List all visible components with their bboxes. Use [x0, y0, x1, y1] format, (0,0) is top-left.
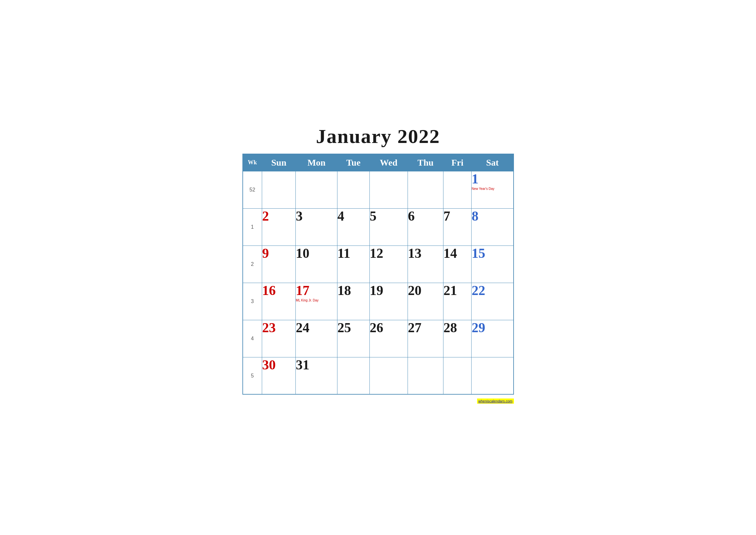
day-number: 26	[370, 320, 408, 335]
day-cell	[443, 357, 471, 394]
day-cell	[408, 357, 443, 394]
day-number: 12	[370, 246, 408, 261]
calendar-table: Wk Sun Mon Tue Wed Thu Fri Sat 521New Ye…	[242, 154, 514, 395]
week-number: 4	[243, 320, 262, 357]
calendar-row: 12345678	[243, 208, 514, 245]
calendar-row: 53031	[243, 357, 514, 394]
day-cell: 25	[338, 320, 370, 357]
day-cell: 20	[408, 283, 443, 320]
day-number: 30	[262, 357, 295, 372]
day-cell: 10	[296, 245, 338, 283]
watermark-link[interactable]: wheniscalendars.com	[477, 399, 514, 404]
day-cell	[296, 171, 338, 208]
day-cell: 15	[472, 245, 514, 283]
day-number: 27	[408, 320, 443, 335]
day-cell	[369, 357, 408, 394]
day-cell	[369, 171, 408, 208]
day-cell: 16	[262, 283, 296, 320]
day-cell: 2	[262, 208, 296, 245]
day-number: 11	[338, 246, 369, 261]
day-number: 18	[338, 283, 369, 298]
day-number: 24	[296, 320, 337, 335]
day-number: 29	[472, 320, 513, 335]
day-number: 5	[370, 209, 408, 223]
day-cell: 26	[369, 320, 408, 357]
tue-header: Tue	[338, 154, 370, 171]
day-cell: 23	[262, 320, 296, 357]
mon-header: Mon	[296, 154, 338, 171]
day-cell: 5	[369, 208, 408, 245]
thu-header: Thu	[408, 154, 443, 171]
day-cell: 12	[369, 245, 408, 283]
day-number: 9	[262, 246, 295, 261]
calendar-container: January 2022 Wk Sun Mon Tue Wed Thu Fri …	[233, 118, 524, 417]
day-number: 8	[472, 209, 513, 223]
week-number: 2	[243, 245, 262, 283]
day-cell: 27	[408, 320, 443, 357]
calendar-row: 31617ML King Jr. Day1819202122	[243, 283, 514, 320]
day-number: 19	[370, 283, 408, 298]
day-number: 16	[262, 283, 295, 298]
day-cell: 6	[408, 208, 443, 245]
holiday-label: New Year's Day	[472, 187, 513, 191]
day-cell: 9	[262, 245, 296, 283]
watermark: wheniscalendars.com	[242, 398, 514, 404]
day-cell: 29	[472, 320, 514, 357]
day-number: 22	[472, 283, 513, 298]
header-row: Wk Sun Mon Tue Wed Thu Fri Sat	[243, 154, 514, 171]
day-number: 4	[338, 209, 369, 223]
week-number: 1	[243, 208, 262, 245]
day-number: 10	[296, 246, 337, 261]
day-number: 3	[296, 209, 337, 223]
day-cell: 4	[338, 208, 370, 245]
week-number: 52	[243, 171, 262, 208]
day-cell: 14	[443, 245, 471, 283]
day-cell: 11	[338, 245, 370, 283]
week-number: 3	[243, 283, 262, 320]
day-number: 7	[444, 209, 471, 223]
day-number: 28	[444, 320, 471, 335]
day-cell	[338, 171, 370, 208]
day-cell	[443, 171, 471, 208]
day-cell: 21	[443, 283, 471, 320]
sat-header: Sat	[472, 154, 514, 171]
day-cell: 24	[296, 320, 338, 357]
calendar-title: January 2022	[242, 125, 514, 148]
day-cell	[262, 171, 296, 208]
day-number: 15	[472, 246, 513, 261]
day-cell	[472, 357, 514, 394]
day-number: 21	[444, 283, 471, 298]
holiday-label: ML King Jr. Day	[296, 298, 337, 302]
week-number: 5	[243, 357, 262, 394]
sun-header: Sun	[262, 154, 296, 171]
day-cell: 19	[369, 283, 408, 320]
day-cell: 1New Year's Day	[472, 171, 514, 208]
day-number: 13	[408, 246, 443, 261]
day-number: 23	[262, 320, 295, 335]
day-cell: 18	[338, 283, 370, 320]
wed-header: Wed	[369, 154, 408, 171]
day-number: 25	[338, 320, 369, 335]
day-cell: 13	[408, 245, 443, 283]
day-cell: 7	[443, 208, 471, 245]
day-number: 6	[408, 209, 443, 223]
day-cell: 8	[472, 208, 514, 245]
calendar-row: 423242526272829	[243, 320, 514, 357]
day-number: 31	[296, 357, 337, 372]
day-cell: 3	[296, 208, 338, 245]
wk-header: Wk	[243, 154, 262, 171]
day-cell: 28	[443, 320, 471, 357]
day-number: 17	[296, 283, 337, 298]
day-number: 2	[262, 209, 295, 223]
calendar-row: 521New Year's Day	[243, 171, 514, 208]
day-cell: 17ML King Jr. Day	[296, 283, 338, 320]
day-cell: 31	[296, 357, 338, 394]
fri-header: Fri	[443, 154, 471, 171]
day-number: 14	[444, 246, 471, 261]
day-cell	[338, 357, 370, 394]
day-cell	[408, 171, 443, 208]
day-cell: 30	[262, 357, 296, 394]
day-number: 1	[472, 171, 513, 186]
calendar-row: 29101112131415	[243, 245, 514, 283]
day-number: 20	[408, 283, 443, 298]
